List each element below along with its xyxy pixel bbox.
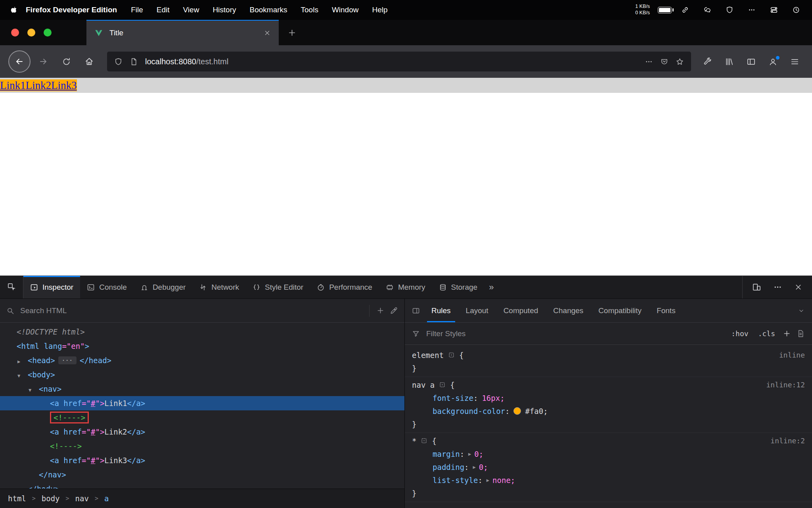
menu-help[interactable]: Help bbox=[365, 6, 394, 14]
sidebar-tab-layout[interactable]: Layout bbox=[458, 299, 496, 322]
markup-row[interactable]: <a href="#">Link1</a> bbox=[0, 396, 404, 410]
devtools-tab-console[interactable]: Console bbox=[80, 276, 134, 298]
sidebar-tab-compatibility[interactable]: Compatibility bbox=[591, 299, 649, 322]
markup-row[interactable]: ▼<body> bbox=[0, 368, 404, 382]
eyedropper-icon[interactable] bbox=[390, 306, 398, 315]
sidebar-tab-rules[interactable]: Rules bbox=[424, 299, 458, 322]
add-node-icon[interactable] bbox=[376, 306, 385, 315]
twisty-icon[interactable]: ▶ bbox=[17, 354, 28, 369]
devtools-tab-storage[interactable]: Storage bbox=[432, 276, 485, 298]
pick-element-button[interactable] bbox=[0, 276, 23, 298]
devtools-settings-icon[interactable] bbox=[773, 283, 782, 292]
rule-selector[interactable]: nav a bbox=[412, 381, 435, 389]
menu-bookmarks[interactable]: Bookmarks bbox=[243, 6, 294, 14]
devtools-tab-memory[interactable]: Memory bbox=[379, 276, 432, 298]
css-declaration[interactable]: list-style:▶none; bbox=[405, 473, 812, 487]
expand-arrow-icon[interactable]: ▶ bbox=[468, 451, 471, 457]
home-button[interactable] bbox=[79, 51, 100, 72]
devtools-tab-network[interactable]: Network bbox=[192, 276, 246, 298]
page-link-link2[interactable]: Link2 bbox=[26, 79, 52, 91]
devtools-tab-inspector[interactable]: Inspector bbox=[23, 276, 80, 298]
apple-menu-icon[interactable] bbox=[10, 6, 18, 14]
menu-file[interactable]: File bbox=[124, 6, 150, 14]
breadcrumb-item-nav[interactable]: nav bbox=[75, 494, 89, 503]
rule-selector[interactable]: * bbox=[412, 437, 416, 445]
browser-tab[interactable]: Title bbox=[86, 20, 279, 45]
selector-target-icon[interactable] bbox=[421, 437, 427, 444]
zoom-window-button[interactable] bbox=[44, 29, 52, 37]
color-swatch-icon[interactable] bbox=[513, 407, 521, 415]
css-declaration[interactable]: font-size:16px; bbox=[405, 391, 812, 404]
devtools-close-icon[interactable] bbox=[794, 283, 802, 291]
markup-row[interactable]: <a href="#">Link2</a> bbox=[0, 425, 404, 439]
markup-row[interactable]: ▼<nav> bbox=[0, 382, 404, 396]
bookmark-star-icon[interactable] bbox=[676, 58, 684, 66]
menu-history[interactable]: History bbox=[206, 6, 243, 14]
print-simulation-icon[interactable] bbox=[797, 329, 805, 338]
responsive-design-mode-icon[interactable] bbox=[752, 283, 761, 292]
shield-icon[interactable] bbox=[726, 6, 733, 14]
markup-row[interactable]: ▶<head>···</head> bbox=[0, 353, 404, 368]
selector-target-icon[interactable] bbox=[439, 381, 446, 388]
page-link-link1[interactable]: Link1 bbox=[0, 79, 26, 91]
breadcrumb-item-html[interactable]: html bbox=[8, 494, 26, 503]
markup-row[interactable]: <a href="#">Link3</a> bbox=[0, 453, 404, 468]
account-icon[interactable] bbox=[768, 57, 778, 66]
css-declaration[interactable]: background-color:#fa0; bbox=[405, 404, 812, 418]
page-link-link3[interactable]: Link3 bbox=[51, 79, 77, 91]
twisty-icon[interactable]: ▼ bbox=[17, 369, 28, 383]
menu-window[interactable]: Window bbox=[325, 6, 366, 14]
ellipsis-icon[interactable] bbox=[748, 6, 756, 14]
markup-row[interactable]: <!----> bbox=[0, 410, 404, 425]
menu-tools[interactable]: Tools bbox=[294, 6, 325, 14]
clock-icon[interactable] bbox=[792, 6, 800, 14]
page-actions-icon[interactable] bbox=[645, 58, 653, 66]
rule-source-link[interactable]: inline bbox=[779, 351, 805, 359]
rule-source-link[interactable]: inline:2 bbox=[770, 437, 805, 445]
close-window-button[interactable] bbox=[11, 29, 19, 37]
rule-source-link[interactable]: inline:12 bbox=[766, 381, 805, 389]
control-center-icon[interactable] bbox=[770, 6, 778, 14]
sidebar-tab-changes[interactable]: Changes bbox=[546, 299, 591, 322]
markup-row[interactable]: </nav> bbox=[0, 468, 404, 482]
link-icon[interactable] bbox=[681, 6, 689, 14]
markup-row[interactable]: <!----> bbox=[0, 439, 404, 453]
css-declaration[interactable]: margin:▶0; bbox=[405, 447, 812, 460]
menu-hamburger-icon[interactable] bbox=[790, 57, 799, 66]
twisty-icon[interactable]: ▼ bbox=[29, 383, 39, 397]
sidebar-tab-fonts[interactable]: Fonts bbox=[649, 299, 683, 322]
devtools-tab-debugger[interactable]: Debugger bbox=[134, 276, 192, 298]
expand-arrow-icon[interactable]: ▶ bbox=[473, 464, 476, 470]
page-info-icon[interactable] bbox=[130, 58, 138, 66]
pocket-icon[interactable] bbox=[660, 58, 668, 66]
devtools-tab-style-editor[interactable]: Style Editor bbox=[246, 276, 310, 298]
breadcrumb-item-a[interactable]: a bbox=[104, 494, 109, 503]
search-html-input[interactable] bbox=[19, 306, 362, 316]
markup-row[interactable]: <!DOCTYPE html> bbox=[0, 325, 404, 339]
sidebar-toggle-icon[interactable] bbox=[747, 57, 756, 66]
wechat-icon[interactable] bbox=[703, 6, 711, 14]
tracking-protection-shield-icon[interactable] bbox=[114, 58, 123, 66]
more-tools-chevron-icon[interactable]: » bbox=[484, 282, 498, 292]
sidebar-tab-computed[interactable]: Computed bbox=[496, 299, 546, 322]
selector-target-icon[interactable] bbox=[448, 352, 455, 358]
rule-selector[interactable]: element bbox=[412, 351, 444, 360]
breadcrumb-item-body[interactable]: body bbox=[42, 494, 60, 503]
new-tab-button[interactable] bbox=[287, 28, 297, 37]
class-toggle-button[interactable]: .cls bbox=[756, 329, 777, 338]
markup-row[interactable]: <html lang="en"> bbox=[0, 339, 404, 353]
pane-toggle-icon[interactable] bbox=[412, 307, 420, 315]
back-button[interactable] bbox=[8, 50, 31, 73]
tab-close-icon[interactable] bbox=[264, 29, 271, 37]
menu-view[interactable]: View bbox=[176, 6, 206, 14]
menubar-app-name[interactable]: Firefox Developer Edition bbox=[20, 6, 124, 14]
forward-button[interactable] bbox=[33, 51, 54, 72]
expand-arrow-icon[interactable]: ▶ bbox=[486, 477, 489, 483]
url-bar[interactable]: localhost:8080/test.html bbox=[107, 52, 691, 71]
devtools-tab-performance[interactable]: Performance bbox=[310, 276, 379, 298]
markup-row[interactable]: </body> bbox=[0, 482, 404, 489]
filter-styles-input[interactable] bbox=[425, 329, 724, 339]
add-rule-icon[interactable] bbox=[783, 329, 791, 338]
css-declaration[interactable]: padding:▶0; bbox=[405, 460, 812, 473]
minimize-window-button[interactable] bbox=[27, 29, 35, 37]
